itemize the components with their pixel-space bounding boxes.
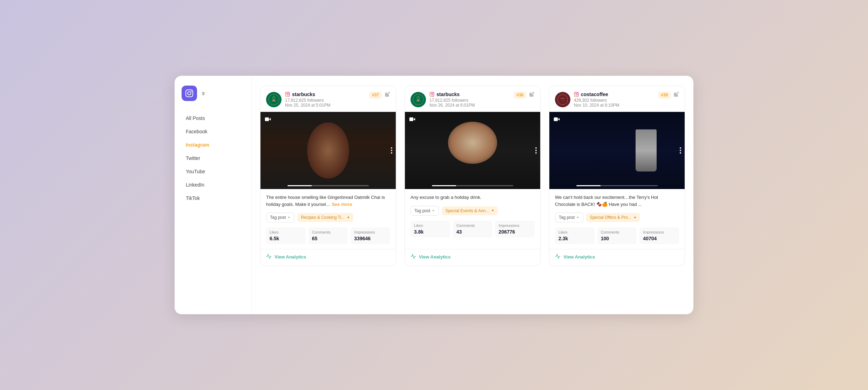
impressions-label: Impressions [499, 223, 531, 228]
impressions-value: 206776 [499, 229, 531, 235]
tag-post-dropdown[interactable]: Tag post [266, 213, 294, 222]
svg-point-28 [577, 93, 578, 93]
layers-icon [201, 92, 205, 96]
account-name: starbucks [436, 92, 460, 97]
sidebar-subtitle [201, 92, 207, 96]
card-media [405, 112, 540, 189]
likes-label: Likes [270, 230, 302, 234]
card-footer: View Analytics [260, 249, 396, 266]
stat-comments: Comments 65 [308, 227, 348, 244]
media-progress-fill [576, 185, 601, 186]
tag-post-label: Tag post [414, 208, 430, 213]
card-media [549, 112, 685, 189]
impressions-label: Impressions [354, 230, 387, 234]
stat-likes: Likes 3.8k [411, 221, 450, 237]
sidebar-item-tiktok[interactable]: TikTok [182, 192, 244, 204]
stat-likes: Likes 2.3k [555, 227, 595, 244]
account-name-row: costacoffee [574, 92, 619, 97]
post-card-card-39: COSTA COFFEE costacoffee [549, 86, 685, 266]
svg-rect-31 [554, 117, 558, 121]
sidebar-title-block [201, 91, 207, 96]
sidebar-item-twitter[interactable]: Twitter [182, 152, 244, 164]
dot-2 [391, 150, 392, 151]
sidebar-item-instagram[interactable]: Instagram [182, 139, 244, 151]
stat-impressions: Impressions 40704 [639, 227, 679, 244]
view-analytics-button[interactable]: View Analytics [555, 254, 595, 260]
view-analytics-button[interactable]: View Analytics [411, 254, 450, 260]
stat-likes: Likes 6.5k [266, 227, 306, 244]
view-analytics-button[interactable]: View Analytics [266, 254, 306, 260]
app-icon-wrap [182, 86, 197, 101]
main-container: All PostsFacebookInstagramTwitterYouTube… [175, 76, 693, 314]
comments-label: Comments [601, 230, 633, 234]
ai-sparkle-icon: ✦ [491, 208, 494, 213]
account-meta: 429,302 followersNov 10, 2024 at 8:10PM [574, 98, 619, 108]
analytics-icon [266, 254, 272, 260]
stat-comments: Comments 43 [453, 221, 493, 237]
card-badge-row: #37 [369, 92, 390, 99]
sidebar-nav: All PostsFacebookInstagramTwitterYouTube… [182, 112, 244, 204]
media-progress-fill [287, 185, 312, 186]
instagram-app-icon [185, 89, 193, 97]
dot-3 [391, 152, 392, 154]
account-info: ★ starbucks [411, 92, 475, 108]
dot-1 [391, 147, 392, 149]
likes-value: 3.8k [414, 229, 447, 235]
sidebar-item-facebook[interactable]: Facebook [182, 126, 244, 137]
tag-row: Tag post Recipes & Cooking Ti... ✦ [266, 213, 390, 222]
post-text: We can't hold back our excitement…the Te… [555, 194, 679, 208]
analytics-icon [555, 254, 561, 260]
see-more-link[interactable]: See more [332, 202, 352, 207]
video-camera-icon [409, 116, 415, 123]
likes-value: 6.5k [270, 236, 302, 241]
svg-point-27 [576, 94, 577, 95]
card-header-card-39: COSTA COFFEE costacoffee [549, 86, 685, 112]
dot-2 [680, 150, 681, 151]
account-avatar: COSTA COFFEE [555, 92, 570, 107]
media-dots [535, 147, 537, 154]
svg-point-15 [417, 97, 419, 100]
account-details: starbucks 17,812,825 followersNov 26, 20… [429, 92, 475, 108]
svg-rect-16 [430, 92, 434, 96]
stat-comments: Comments 100 [597, 227, 637, 244]
tag-post-dropdown[interactable]: Tag post [411, 206, 439, 216]
dot-3 [680, 152, 681, 154]
svg-text:COSTA: COSTA [561, 98, 565, 99]
account-avatar: ★ [266, 92, 282, 107]
likes-label: Likes [414, 223, 447, 228]
svg-rect-10 [265, 117, 269, 121]
card-body: The entire house smelling like Gingerbre… [260, 189, 396, 249]
card-header-card-38: ★ starbucks [405, 86, 540, 112]
external-link-icon[interactable] [385, 92, 390, 99]
impressions-value: 40704 [643, 236, 676, 241]
sidebar-item-linkedin[interactable]: LinkedIn [182, 179, 244, 191]
tag-row: Tag post Special Events & Ann... ✦ [411, 206, 535, 216]
account-meta: 17,812,825 followersNov 26, 2024 at 6:01… [429, 98, 475, 108]
sidebar-item-all-posts[interactable]: All Posts [182, 112, 244, 124]
post-text: The entire house smelling like Gingerbre… [266, 194, 390, 208]
card-footer: View Analytics [405, 249, 540, 266]
card-media [260, 112, 396, 189]
stats-row: Likes 2.3k Comments 100 Impressions 4070… [555, 227, 679, 244]
card-body: We can't hold back our excitement…the Te… [549, 189, 685, 249]
account-name: costacoffee [581, 92, 608, 97]
card-body: Any excuse to grab a holiday drink. Tag … [405, 189, 540, 249]
svg-point-4 [273, 97, 274, 100]
sidebar: All PostsFacebookInstagramTwitterYouTube… [175, 76, 252, 314]
svg-point-6 [287, 94, 289, 95]
external-link-icon[interactable] [673, 92, 679, 99]
post-text: Any excuse to grab a holiday drink. [411, 194, 535, 201]
media-dots [391, 147, 392, 154]
video-camera-icon [265, 116, 271, 123]
stats-row: Likes 3.8k Comments 43 Impressions 20677… [411, 221, 535, 237]
external-link-icon[interactable] [529, 92, 535, 99]
rank-badge: #38 [514, 92, 526, 99]
dot-1 [680, 147, 681, 149]
stat-impressions: Impressions 206776 [495, 221, 535, 237]
svg-rect-5 [285, 92, 290, 96]
likes-value: 2.3k [558, 236, 591, 241]
rank-badge: #37 [369, 92, 382, 99]
ai-sparkle-icon: ✦ [347, 215, 350, 220]
tag-post-dropdown[interactable]: Tag post [555, 213, 583, 222]
sidebar-item-youtube[interactable]: YouTube [182, 166, 244, 177]
